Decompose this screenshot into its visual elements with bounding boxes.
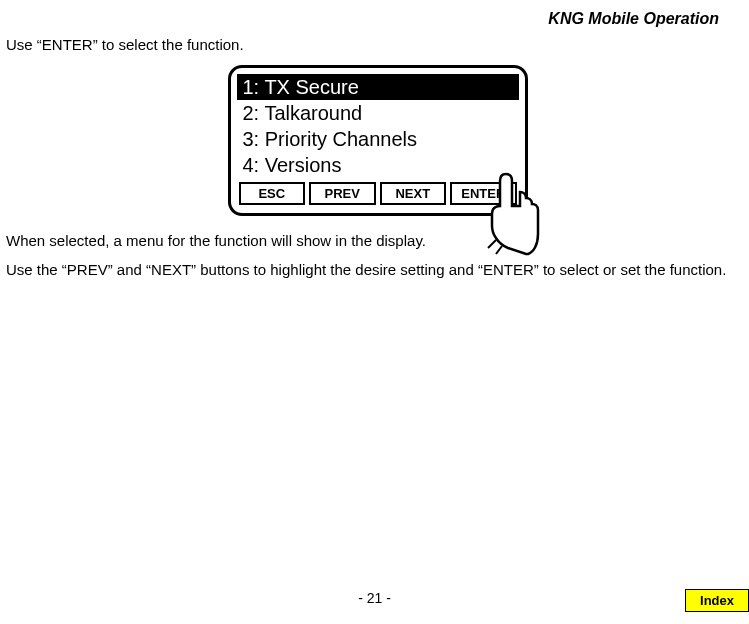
instruction-2: When selected, a menu for the function w… [6, 232, 749, 249]
menu-item-3[interactable]: 3: Priority Channels [237, 126, 519, 152]
enter-button[interactable]: ENTER [450, 182, 517, 205]
index-tab[interactable]: Index [685, 589, 749, 612]
instruction-1: Use “ENTER” to select the function. [6, 36, 749, 53]
softkey-row: ESC PREV NEXT ENTER [237, 182, 519, 207]
page-number: - 21 - [358, 590, 391, 606]
page-content: Use “ENTER” to select the function. 1: T… [0, 28, 749, 278]
device-screen: 1: TX Secure 2: Talkaround 3: Priority C… [228, 65, 528, 216]
menu-item-1[interactable]: 1: TX Secure [237, 74, 519, 100]
menu-item-2[interactable]: 2: Talkaround [237, 100, 519, 126]
radio-device: 1: TX Secure 2: Talkaround 3: Priority C… [228, 65, 528, 216]
next-button[interactable]: NEXT [380, 182, 447, 205]
esc-button[interactable]: ESC [239, 182, 306, 205]
device-illustration: 1: TX Secure 2: Talkaround 3: Priority C… [6, 65, 749, 216]
prev-button[interactable]: PREV [309, 182, 376, 205]
page-header: KNG Mobile Operation [0, 0, 749, 28]
instruction-3: Use the “PREV” and “NEXT” buttons to hig… [6, 261, 749, 278]
menu-item-4[interactable]: 4: Versions [237, 152, 519, 178]
header-title: KNG Mobile Operation [548, 10, 719, 27]
